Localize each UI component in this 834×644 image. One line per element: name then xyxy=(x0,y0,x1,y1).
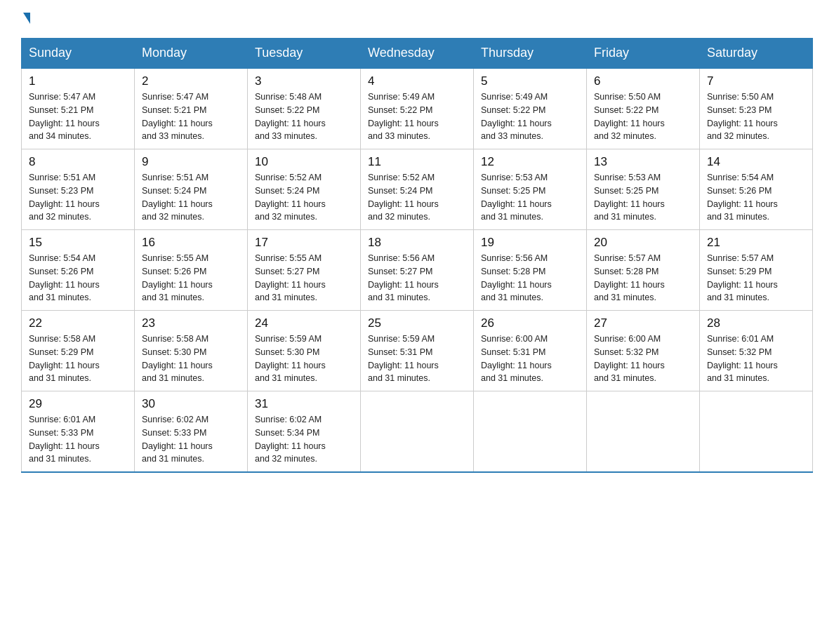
day-number: 16 xyxy=(142,236,240,250)
day-number: 8 xyxy=(29,155,127,169)
calendar-cell: 26 Sunrise: 6:00 AMSunset: 5:31 PMDaylig… xyxy=(474,311,587,391)
logo-triangle-icon xyxy=(23,13,30,24)
day-info: Sunrise: 5:50 AMSunset: 5:22 PMDaylight:… xyxy=(594,92,665,141)
day-number: 26 xyxy=(481,316,579,330)
day-info: Sunrise: 5:54 AMSunset: 5:26 PMDaylight:… xyxy=(707,173,778,222)
day-number: 3 xyxy=(255,74,353,88)
calendar-cell: 21 Sunrise: 5:57 AMSunset: 5:29 PMDaylig… xyxy=(700,230,813,311)
day-info: Sunrise: 5:52 AMSunset: 5:24 PMDaylight:… xyxy=(255,173,326,222)
page-header xyxy=(21,14,813,25)
calendar-cell: 8 Sunrise: 5:51 AMSunset: 5:23 PMDayligh… xyxy=(22,149,135,230)
day-number: 7 xyxy=(707,74,805,88)
calendar-cell: 9 Sunrise: 5:51 AMSunset: 5:24 PMDayligh… xyxy=(135,149,248,230)
day-info: Sunrise: 5:58 AMSunset: 5:30 PMDaylight:… xyxy=(142,334,213,383)
day-of-week-friday: Friday xyxy=(587,39,700,69)
calendar-cell: 13 Sunrise: 5:53 AMSunset: 5:25 PMDaylig… xyxy=(587,149,700,230)
day-of-week-saturday: Saturday xyxy=(700,39,813,69)
day-number: 9 xyxy=(142,155,240,169)
day-number: 5 xyxy=(481,74,579,88)
calendar-header: SundayMondayTuesdayWednesdayThursdayFrid… xyxy=(22,39,813,69)
calendar-cell: 3 Sunrise: 5:48 AMSunset: 5:22 PMDayligh… xyxy=(248,68,361,149)
day-info: Sunrise: 5:56 AMSunset: 5:28 PMDaylight:… xyxy=(481,253,552,302)
day-number: 19 xyxy=(481,236,579,250)
day-info: Sunrise: 5:53 AMSunset: 5:25 PMDaylight:… xyxy=(594,173,665,222)
week-row-3: 15 Sunrise: 5:54 AMSunset: 5:26 PMDaylig… xyxy=(22,230,813,311)
day-of-week-thursday: Thursday xyxy=(474,39,587,69)
day-number: 27 xyxy=(594,316,692,330)
calendar-cell: 28 Sunrise: 6:01 AMSunset: 5:32 PMDaylig… xyxy=(700,311,813,391)
day-info: Sunrise: 5:58 AMSunset: 5:29 PMDaylight:… xyxy=(29,334,100,383)
calendar-cell xyxy=(587,391,700,473)
day-number: 20 xyxy=(594,236,692,250)
calendar-cell: 27 Sunrise: 6:00 AMSunset: 5:32 PMDaylig… xyxy=(587,311,700,391)
day-info: Sunrise: 5:49 AMSunset: 5:22 PMDaylight:… xyxy=(481,92,552,141)
calendar-cell: 19 Sunrise: 5:56 AMSunset: 5:28 PMDaylig… xyxy=(474,230,587,311)
calendar-cell: 2 Sunrise: 5:47 AMSunset: 5:21 PMDayligh… xyxy=(135,68,248,149)
calendar-cell: 7 Sunrise: 5:50 AMSunset: 5:23 PMDayligh… xyxy=(700,68,813,149)
day-number: 11 xyxy=(368,155,466,169)
calendar-cell: 11 Sunrise: 5:52 AMSunset: 5:24 PMDaylig… xyxy=(361,149,474,230)
calendar-cell: 20 Sunrise: 5:57 AMSunset: 5:28 PMDaylig… xyxy=(587,230,700,311)
day-number: 6 xyxy=(594,74,692,88)
day-info: Sunrise: 5:50 AMSunset: 5:23 PMDaylight:… xyxy=(707,92,778,141)
day-info: Sunrise: 5:53 AMSunset: 5:25 PMDaylight:… xyxy=(481,173,552,222)
calendar-cell xyxy=(361,391,474,473)
calendar-cell: 31 Sunrise: 6:02 AMSunset: 5:34 PMDaylig… xyxy=(248,391,361,473)
day-of-week-wednesday: Wednesday xyxy=(361,39,474,69)
day-number: 4 xyxy=(368,74,466,88)
day-info: Sunrise: 5:49 AMSunset: 5:22 PMDaylight:… xyxy=(368,92,439,141)
day-of-week-sunday: Sunday xyxy=(22,39,135,69)
day-number: 25 xyxy=(368,316,466,330)
day-number: 2 xyxy=(142,74,240,88)
week-row-4: 22 Sunrise: 5:58 AMSunset: 5:29 PMDaylig… xyxy=(22,311,813,391)
day-info: Sunrise: 5:47 AMSunset: 5:21 PMDaylight:… xyxy=(29,92,100,141)
day-number: 30 xyxy=(142,397,240,411)
day-number: 23 xyxy=(142,316,240,330)
day-info: Sunrise: 5:47 AMSunset: 5:21 PMDaylight:… xyxy=(142,92,213,141)
week-row-5: 29 Sunrise: 6:01 AMSunset: 5:33 PMDaylig… xyxy=(22,391,813,473)
day-info: Sunrise: 6:00 AMSunset: 5:31 PMDaylight:… xyxy=(481,334,552,383)
calendar-cell: 24 Sunrise: 5:59 AMSunset: 5:30 PMDaylig… xyxy=(248,311,361,391)
calendar-cell: 23 Sunrise: 5:58 AMSunset: 5:30 PMDaylig… xyxy=(135,311,248,391)
day-info: Sunrise: 5:59 AMSunset: 5:30 PMDaylight:… xyxy=(255,334,326,383)
calendar-cell: 17 Sunrise: 5:55 AMSunset: 5:27 PMDaylig… xyxy=(248,230,361,311)
day-number: 21 xyxy=(707,236,805,250)
calendar-cell: 22 Sunrise: 5:58 AMSunset: 5:29 PMDaylig… xyxy=(22,311,135,391)
day-number: 22 xyxy=(29,316,127,330)
calendar-cell: 25 Sunrise: 5:59 AMSunset: 5:31 PMDaylig… xyxy=(361,311,474,391)
calendar-cell: 10 Sunrise: 5:52 AMSunset: 5:24 PMDaylig… xyxy=(248,149,361,230)
day-number: 15 xyxy=(29,236,127,250)
calendar-cell: 30 Sunrise: 6:02 AMSunset: 5:33 PMDaylig… xyxy=(135,391,248,473)
calendar-cell: 1 Sunrise: 5:47 AMSunset: 5:21 PMDayligh… xyxy=(22,68,135,149)
calendar-cell: 12 Sunrise: 5:53 AMSunset: 5:25 PMDaylig… xyxy=(474,149,587,230)
calendar-cell: 5 Sunrise: 5:49 AMSunset: 5:22 PMDayligh… xyxy=(474,68,587,149)
day-number: 28 xyxy=(707,316,805,330)
day-info: Sunrise: 5:52 AMSunset: 5:24 PMDaylight:… xyxy=(368,173,439,222)
calendar-cell: 6 Sunrise: 5:50 AMSunset: 5:22 PMDayligh… xyxy=(587,68,700,149)
day-info: Sunrise: 5:55 AMSunset: 5:27 PMDaylight:… xyxy=(255,253,326,302)
week-row-1: 1 Sunrise: 5:47 AMSunset: 5:21 PMDayligh… xyxy=(22,68,813,149)
day-number: 17 xyxy=(255,236,353,250)
calendar-cell: 4 Sunrise: 5:49 AMSunset: 5:22 PMDayligh… xyxy=(361,68,474,149)
day-number: 13 xyxy=(594,155,692,169)
day-info: Sunrise: 5:48 AMSunset: 5:22 PMDaylight:… xyxy=(255,92,326,141)
day-number: 29 xyxy=(29,397,127,411)
day-number: 12 xyxy=(481,155,579,169)
days-of-week-row: SundayMondayTuesdayWednesdayThursdayFrid… xyxy=(22,39,813,69)
day-info: Sunrise: 6:01 AMSunset: 5:32 PMDaylight:… xyxy=(707,334,778,383)
day-info: Sunrise: 5:51 AMSunset: 5:23 PMDaylight:… xyxy=(29,173,100,222)
day-info: Sunrise: 5:56 AMSunset: 5:27 PMDaylight:… xyxy=(368,253,439,302)
day-of-week-monday: Monday xyxy=(135,39,248,69)
day-number: 14 xyxy=(707,155,805,169)
day-info: Sunrise: 6:01 AMSunset: 5:33 PMDaylight:… xyxy=(29,415,100,464)
day-info: Sunrise: 6:02 AMSunset: 5:33 PMDaylight:… xyxy=(142,415,213,464)
calendar-cell xyxy=(700,391,813,473)
day-info: Sunrise: 5:51 AMSunset: 5:24 PMDaylight:… xyxy=(142,173,213,222)
day-number: 10 xyxy=(255,155,353,169)
logo xyxy=(21,14,30,25)
day-info: Sunrise: 5:55 AMSunset: 5:26 PMDaylight:… xyxy=(142,253,213,302)
week-row-2: 8 Sunrise: 5:51 AMSunset: 5:23 PMDayligh… xyxy=(22,149,813,230)
calendar-cell: 29 Sunrise: 6:01 AMSunset: 5:33 PMDaylig… xyxy=(22,391,135,473)
day-number: 1 xyxy=(29,74,127,88)
day-number: 24 xyxy=(255,316,353,330)
